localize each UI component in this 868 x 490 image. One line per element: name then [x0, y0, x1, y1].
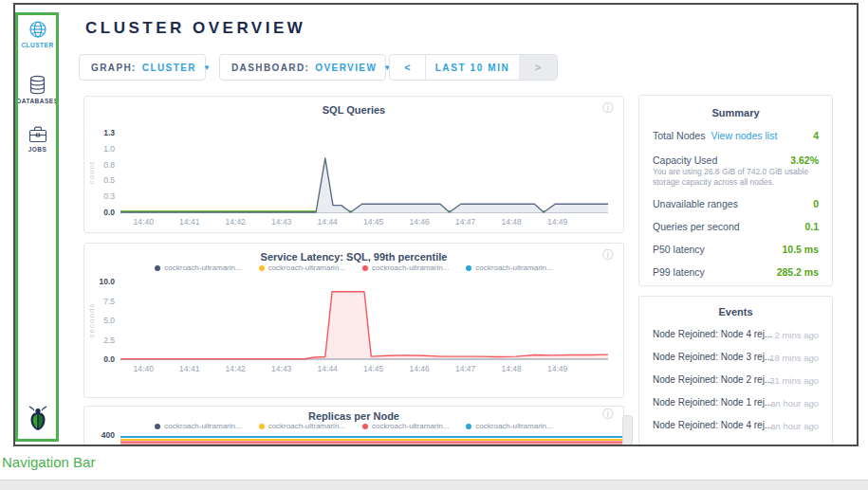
svg-text:400: 400 — [102, 431, 115, 440]
summary-title: Summary — [639, 107, 832, 118]
event-time: an hour ago — [770, 421, 819, 431]
event-time: 18 mins ago — [769, 353, 819, 363]
legend-item[interactable]: cockroach-ultramarin... — [155, 263, 241, 272]
scrollbar-thumb[interactable] — [622, 415, 633, 445]
time-next-button[interactable]: > — [519, 55, 557, 80]
svg-text:seconds: seconds — [87, 303, 96, 338]
info-icon[interactable]: ⓘ — [602, 408, 614, 420]
event-row: Node Rejoined: Node 4 rej... 2 mins ago — [653, 329, 819, 339]
dashboard-dropdown-value: OVERVIEW — [315, 63, 377, 73]
event-time: an hour ago — [770, 398, 819, 408]
chart-legend: cockroach-ultramarin...cockroach-ultrama… — [84, 422, 623, 430]
legend-item[interactable]: cockroach-ultramarin... — [466, 263, 552, 272]
sidebar-item-cluster[interactable]: CLUSTER — [15, 20, 60, 48]
graph-dropdown[interactable]: GRAPH: CLUSTER ▼ — [79, 54, 206, 81]
svg-text:0.8: 0.8 — [103, 160, 115, 170]
event-row: Node Rejoined: Node 1 rej... an hour ago — [653, 397, 819, 408]
svg-text:14:47: 14:47 — [455, 364, 476, 373]
svg-text:14:46: 14:46 — [410, 217, 431, 227]
svg-text:14:47: 14:47 — [455, 217, 476, 227]
summary-row: Unavailable ranges 0 — [653, 198, 819, 209]
svg-text:14:44: 14:44 — [318, 364, 339, 373]
event-row: Node Rejoined: Node 3 rej... 18 mins ago — [653, 352, 819, 362]
service-latency-panel: Service Latency: SQL, 99th percentile ⓘ … — [83, 243, 624, 398]
briefcase-icon — [28, 126, 47, 143]
svg-text:10.0: 10.0 — [99, 277, 115, 286]
graph-dropdown-label: GRAPH: — [91, 63, 137, 73]
svg-text:0.5: 0.5 — [103, 175, 115, 185]
sidebar-item-label: DATABASES — [15, 98, 60, 104]
event-label: Node Rejoined: Node 4 rej... — [653, 329, 772, 339]
svg-text:14:43: 14:43 — [271, 217, 292, 227]
legend-item[interactable]: cockroach-ultramarin... — [259, 422, 345, 430]
svg-text:14:46: 14:46 — [410, 364, 431, 373]
legend-dot-icon — [155, 424, 160, 429]
time-range-label[interactable]: LAST 10 MIN — [426, 55, 519, 80]
legend-item[interactable]: cockroach-ultramarin... — [259, 263, 345, 272]
events-panel: Events Node Rejoined: Node 4 rej... 2 mi… — [638, 296, 833, 445]
legend-item[interactable]: cockroach-ultramarin... — [155, 422, 241, 430]
svg-text:2.5: 2.5 — [103, 336, 115, 345]
page-title: CLUSTER OVERVIEW — [85, 19, 305, 38]
view-nodes-list-link[interactable]: View nodes list — [711, 130, 777, 141]
legend-dot-icon — [466, 424, 471, 429]
legend-dot-icon — [362, 424, 368, 429]
summary-label: P99 latency — [653, 266, 705, 278]
event-label: Node Rejoined: Node 1 rej... — [653, 397, 772, 408]
cockroach-icon — [26, 405, 50, 431]
summary-label: P50 latency — [653, 244, 705, 255]
bottom-strip — [0, 480, 868, 490]
event-row: Node Rejoined: Node 4 rej... an hour ago — [653, 420, 819, 430]
summary-value: 0 — [813, 198, 819, 209]
summary-row: Total NodesView nodes list 4 — [653, 130, 819, 141]
svg-text:14:45: 14:45 — [363, 364, 384, 373]
summary-value: 4 — [813, 130, 819, 141]
replicas-per-node-chart[interactable]: 400 — [84, 431, 623, 446]
event-label: Node Rejoined: Node 3 rej... — [653, 352, 772, 362]
time-range-selector: < LAST 10 MIN > — [389, 54, 558, 81]
svg-text:14:42: 14:42 — [226, 217, 247, 227]
sql-queries-chart[interactable]: 0.00.30.50.81.01.3count14:4014:4114:4214… — [84, 118, 623, 231]
svg-text:1.0: 1.0 — [103, 144, 115, 154]
graph-dropdown-value: CLUSTER — [142, 63, 196, 73]
legend-item[interactable]: cockroach-ultramarin... — [466, 422, 552, 430]
summary-label: Total Nodes — [653, 130, 705, 141]
chevron-down-icon: ▼ — [203, 64, 212, 72]
summary-label: Unavailable ranges — [653, 198, 738, 209]
legend-dot-icon — [259, 424, 265, 429]
svg-text:5.0: 5.0 — [103, 316, 115, 325]
dashboard-dropdown-label: DASHBOARD: — [231, 63, 309, 73]
summary-value: 0.1 — [804, 221, 819, 232]
legend-dot-icon — [259, 265, 265, 271]
database-icon — [28, 75, 46, 95]
svg-text:7.5: 7.5 — [103, 297, 115, 306]
time-prev-button[interactable]: < — [390, 55, 426, 80]
chart-legend: cockroach-ultramarin...cockroach-ultrama… — [84, 263, 623, 272]
info-icon[interactable]: ⓘ — [602, 249, 614, 261]
service-latency-chart[interactable]: 0.02.55.07.510.0seconds14:4014:4114:4214… — [84, 276, 623, 395]
svg-text:14:42: 14:42 — [226, 364, 247, 373]
svg-text:1.3: 1.3 — [103, 128, 115, 137]
legend-item[interactable]: cockroach-ultramarin... — [362, 263, 449, 272]
sidebar-item-jobs[interactable]: JOBS — [15, 126, 60, 153]
summary-row: P50 latency 10.5 ms — [653, 244, 819, 255]
sidebar-item-label: CLUSTER — [15, 42, 60, 48]
svg-text:0.0: 0.0 — [103, 354, 115, 364]
chart-title: Service Latency: SQL, 99th percentile — [84, 251, 623, 263]
legend-dot-icon — [155, 265, 160, 271]
capacity-caption: You are using 26.8 GiB of 742.0 GiB usab… — [653, 167, 817, 188]
summary-label: Capacity Used — [653, 154, 717, 166]
svg-text:14:44: 14:44 — [318, 217, 339, 227]
events-title: Events — [639, 306, 832, 318]
svg-text:14:40: 14:40 — [134, 364, 155, 373]
info-icon[interactable]: ⓘ — [602, 102, 614, 114]
legend-item[interactable]: cockroach-ultramarin... — [362, 422, 449, 430]
chart-title: SQL Queries — [84, 104, 623, 116]
event-label: Node Rejoined: Node 4 rej... — [653, 420, 772, 430]
svg-text:count: count — [87, 161, 96, 185]
event-time: 31 mins ago — [769, 375, 819, 386]
globe-icon — [28, 20, 47, 39]
dashboard-dropdown[interactable]: DASHBOARD: OVERVIEW ▼ — [219, 54, 386, 81]
svg-text:14:48: 14:48 — [502, 217, 523, 227]
sidebar-item-databases[interactable]: DATABASES — [15, 75, 60, 104]
